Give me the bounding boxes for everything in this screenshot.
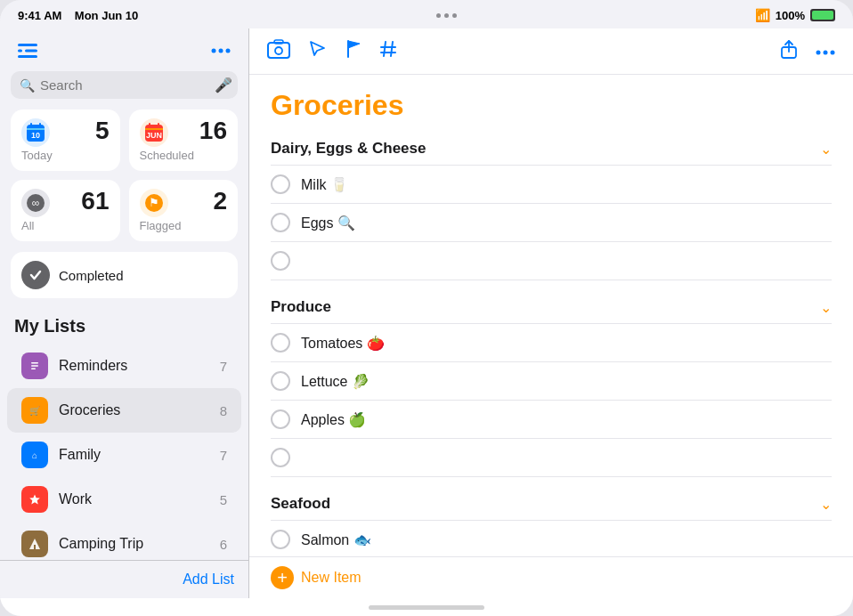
completed-label: Completed <box>59 268 124 283</box>
sidebar-footer: Add List <box>0 560 248 598</box>
section-seafood-header: Seafood ⌄ <box>271 484 832 521</box>
reminder-milk: Milk 🥛 <box>271 166 832 204</box>
toolbar-right <box>776 36 839 67</box>
reminder-dairy-new-circle[interactable] <box>271 251 290 271</box>
status-bar: 9:41 AM Mon Jun 10 📶 100% <box>0 0 853 28</box>
reminder-produce-new-circle[interactable] <box>271 448 290 467</box>
date: Mon Jun 10 <box>75 9 139 22</box>
reminder-tomatoes-text: Tomatoes 🍅 <box>301 335 385 352</box>
sidebar-toggle-button[interactable] <box>14 37 41 64</box>
reminders-icon <box>21 353 48 379</box>
microphone-icon[interactable]: 🎤 <box>215 77 232 93</box>
svg-point-46 <box>824 51 828 55</box>
reminder-eggs-circle[interactable] <box>271 213 290 232</box>
svg-rect-34 <box>34 545 36 549</box>
scanner-icon[interactable] <box>264 36 294 67</box>
reminder-milk-circle[interactable] <box>271 174 290 194</box>
svg-point-6 <box>226 49 231 53</box>
status-center <box>436 13 457 18</box>
search-input[interactable] <box>40 77 209 93</box>
svg-rect-23 <box>31 362 38 364</box>
reminder-apples-circle[interactable] <box>271 409 290 429</box>
smart-card-today[interactable]: 10 5 Today <box>11 109 120 171</box>
flagged-label: Flagged <box>140 219 228 232</box>
sidebar: 🔍 🎤 10 <box>0 28 249 598</box>
section-seafood: Seafood ⌄ Salmon 🐟 <box>271 484 832 556</box>
smart-card-flagged-top: ⚑ 2 <box>140 189 228 217</box>
svg-text:∞: ∞ <box>32 197 40 209</box>
smart-card-flagged[interactable]: ⚑ 2 Flagged <box>129 180 239 241</box>
flag-icon[interactable] <box>340 36 365 67</box>
sidebar-header <box>0 28 248 71</box>
share-icon[interactable] <box>776 36 801 67</box>
reminder-lettuce-circle[interactable] <box>271 371 290 391</box>
toolbar-left <box>264 36 401 67</box>
list-items: Reminders 7 🛒 Groceries 8 <box>0 340 248 560</box>
dot1 <box>436 13 441 18</box>
svg-point-5 <box>219 49 223 53</box>
reminder-tomatoes-circle[interactable] <box>271 333 290 353</box>
status-time: 9:41 AM Mon Jun 10 <box>18 9 138 22</box>
groceries-icon: 🛒 <box>21 397 48 424</box>
svg-text:10: 10 <box>31 131 40 140</box>
smart-card-scheduled-top: JUN 16 <box>140 118 228 147</box>
family-name: Family <box>59 447 220 463</box>
sidebar-more-button[interactable] <box>207 37 234 64</box>
section-produce-header: Produce ⌄ <box>271 288 832 324</box>
section-seafood-chevron[interactable]: ⌄ <box>820 496 832 513</box>
section-dairy-chevron[interactable]: ⌄ <box>820 141 832 158</box>
scheduled-label: Scheduled <box>140 149 228 162</box>
scheduled-icon: JUN <box>140 118 168 147</box>
flagged-icon: ⚑ <box>140 189 168 217</box>
svg-text:🛒: 🛒 <box>29 405 41 417</box>
section-seafood-title: Seafood <box>271 495 330 513</box>
svg-rect-35 <box>268 43 289 58</box>
svg-rect-24 <box>31 365 38 367</box>
list-item-camping[interactable]: Camping Trip 6 <box>7 522 241 560</box>
list-item-groceries[interactable]: 🛒 Groceries 8 <box>7 388 241 433</box>
svg-line-39 <box>384 42 386 56</box>
camping-name: Camping Trip <box>59 536 220 552</box>
smart-card-all[interactable]: ∞ 61 All <box>11 180 120 241</box>
reminder-tomatoes: Tomatoes 🍅 <box>271 324 832 362</box>
reminder-eggs: Eggs 🔍 <box>271 204 832 242</box>
reminder-salmon: Salmon 🐟 <box>271 521 832 556</box>
camping-icon <box>21 531 48 557</box>
location-icon[interactable] <box>305 36 329 67</box>
list-item-family[interactable]: ⌂ Family 7 <box>7 433 241 477</box>
svg-point-47 <box>831 51 835 55</box>
svg-rect-2 <box>18 50 22 53</box>
detail-header: Groceries <box>249 75 853 129</box>
svg-line-40 <box>391 42 393 56</box>
completed-icon <box>21 261 50 289</box>
detail-body: Dairy, Eggs & Cheese ⌄ Milk 🥛 Eggs 🔍 <box>249 129 853 556</box>
reminder-salmon-circle[interactable] <box>271 530 290 549</box>
section-dairy-header: Dairy, Eggs & Cheese ⌄ <box>271 129 832 166</box>
groceries-name: Groceries <box>59 402 220 418</box>
battery-fill <box>812 11 833 20</box>
list-item-work[interactable]: Work 5 <box>7 477 241 522</box>
completed-card[interactable]: Completed <box>11 252 238 298</box>
hashtag-icon[interactable] <box>376 36 401 67</box>
search-icon: 🔍 <box>20 78 35 93</box>
dot2 <box>444 13 449 18</box>
work-icon <box>21 486 48 513</box>
svg-rect-8 <box>30 123 32 126</box>
section-produce-chevron[interactable]: ⌄ <box>820 299 832 316</box>
svg-text:⚑: ⚑ <box>149 196 159 209</box>
search-bar[interactable]: 🔍 🎤 <box>11 71 238 99</box>
smart-card-scheduled[interactable]: JUN 16 Scheduled <box>129 109 239 171</box>
detail-footer: + New Item <box>249 556 853 598</box>
reminder-apples-text: Apples 🍏 <box>301 411 366 428</box>
more-options-icon[interactable] <box>812 36 839 67</box>
new-item-button[interactable]: + New Item <box>271 566 362 589</box>
add-list-button[interactable]: Add List <box>14 571 234 588</box>
my-lists-title: My Lists <box>14 316 85 336</box>
list-item-reminders[interactable]: Reminders 7 <box>7 344 241 388</box>
reminder-eggs-text: Eggs 🔍 <box>301 215 355 231</box>
section-produce: Produce ⌄ Tomatoes 🍅 Lettuce 🥬 Apples 🍏 <box>271 288 832 477</box>
today-label: Today <box>21 149 110 162</box>
all-count: 61 <box>81 189 109 214</box>
svg-text:⌂: ⌂ <box>32 450 37 460</box>
reminder-produce-new <box>271 439 832 477</box>
